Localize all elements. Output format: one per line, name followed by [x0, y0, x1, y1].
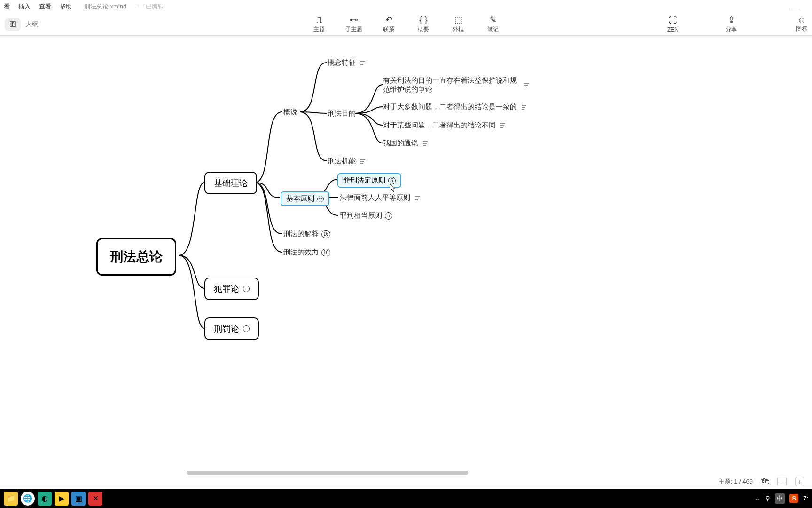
node-purpose-debate[interactable]: 有关刑法的目的一直存在着法益保护说和规范维护说的争论 [383, 76, 529, 94]
toolbar-notes[interactable]: ✎笔记 [483, 15, 503, 33]
collapse-icon[interactable] [243, 325, 250, 332]
toolbar: 图 大纲 ⎍主题 ⊷子主题 ↶联系 { }概要 ⬚外框 ✎笔记 ⛶ZEN ⇪分享… [0, 13, 812, 36]
collapse-icon[interactable] [243, 286, 250, 292]
summary-icon: { } [418, 15, 429, 24]
node-overview[interactable]: 概说 [283, 108, 297, 117]
node-legality-principle[interactable]: 罪刑法定原则5 [337, 173, 401, 188]
toolbar-boundary[interactable]: ⬚外框 [448, 15, 468, 33]
child-count[interactable]: 16 [321, 230, 330, 238]
tray-wifi-icon[interactable]: ⚲ [765, 495, 770, 502]
horizontal-scrollbar[interactable] [187, 471, 468, 475]
minimap-icon[interactable]: 🗺 [761, 477, 769, 486]
notes-indicator-icon[interactable] [415, 196, 420, 200]
node-equality-principle[interactable]: 法律面前人人平等原则 [340, 193, 420, 202]
taskbar-xmind-icon[interactable]: ✕ [88, 492, 102, 506]
zoom-in-button[interactable]: + [795, 477, 804, 486]
toolbar-subtopic[interactable]: ⊷子主题 [344, 15, 364, 33]
menu-insert[interactable]: 插入 [18, 2, 31, 11]
menu-look[interactable]: 看 [4, 2, 10, 11]
node-proportionality-principle[interactable]: 罪刑相当原则5 [340, 211, 392, 220]
node-purpose-same[interactable]: 对于大多数问题，二者得出的结论是一致的 [383, 103, 526, 111]
node-crime-theory[interactable]: 犯罪论 [204, 278, 259, 300]
menu-view[interactable]: 查看 [39, 2, 51, 11]
tab-map[interactable]: 图 [5, 18, 21, 31]
topic-icon: ⎍ [313, 15, 325, 24]
toolbar-summary[interactable]: { }概要 [413, 15, 434, 33]
taskbar-explorer-icon[interactable]: 📁 [4, 492, 18, 506]
notes-indicator-icon[interactable] [524, 83, 529, 87]
notes-icon: ✎ [487, 15, 499, 24]
window-minimize-icon[interactable]: — [791, 5, 798, 12]
menu-help[interactable]: 帮助 [60, 2, 72, 11]
zen-icon: ⛶ [667, 16, 679, 25]
node-interpretation[interactable]: 刑法的解释16 [283, 230, 330, 238]
notes-indicator-icon[interactable] [360, 61, 365, 65]
notes-indicator-icon[interactable] [360, 159, 365, 164]
node-function[interactable]: 刑法机能 [328, 157, 365, 166]
status-bar: 主题: 1 / 469 🗺 − + [0, 475, 812, 489]
menubar: 看 插入 查看 帮助 刑法总论.xmind — 已编辑 — [0, 0, 812, 13]
node-concept-features[interactable]: 概念特征 [328, 58, 365, 67]
child-count[interactable]: 5 [385, 212, 392, 220]
document-title: 刑法总论.xmind [84, 2, 126, 11]
modified-indicator: — 已编辑 [138, 2, 164, 11]
expand-icon[interactable] [317, 196, 324, 202]
mindmap-canvas[interactable]: 刑法总论 基础理论 犯罪论 刑罚论 概说 基本原则 刑法的解释16 刑法的效力1… [0, 36, 812, 494]
tray-clock[interactable]: 7: [803, 495, 808, 502]
taskbar-app1-icon[interactable]: ◐ [38, 492, 52, 506]
tray-ime-indicator[interactable]: 中 [775, 493, 785, 504]
zoom-out-button[interactable]: − [777, 477, 787, 486]
tray-sogou-icon[interactable]: S [789, 494, 798, 503]
node-root[interactable]: 刑法总论 [96, 238, 176, 276]
tab-outline[interactable]: 大纲 [21, 18, 43, 31]
node-penalty-theory[interactable]: 刑罚论 [204, 318, 259, 340]
topic-count: 主题: 1 / 469 [718, 477, 753, 486]
taskbar-app3-icon[interactable]: ▣ [71, 492, 86, 506]
relation-icon: ↶ [383, 15, 394, 24]
notes-indicator-icon[interactable] [522, 105, 526, 110]
windows-taskbar: 📁 🌐 ◐ ▶ ▣ ✕ ︿ ⚲ 中 S 7: [0, 489, 812, 508]
system-tray: ︿ ⚲ 中 S 7: [755, 493, 808, 504]
tray-chevron-icon[interactable]: ︿ [755, 494, 761, 503]
node-basic-theory[interactable]: 基础理论 [204, 172, 257, 194]
notes-indicator-icon[interactable] [423, 141, 428, 146]
toolbar-zen[interactable]: ⛶ZEN [663, 16, 683, 33]
share-icon: ⇪ [726, 15, 737, 24]
notes-indicator-icon[interactable] [500, 123, 505, 128]
subtopic-icon: ⊷ [348, 15, 359, 24]
toolbar-topic[interactable]: ⎍主题 [309, 15, 329, 33]
node-purpose-diff[interactable]: 对于某些问题，二者得出的结论不同 [383, 121, 505, 130]
node-purpose[interactable]: 刑法目的 [328, 109, 356, 118]
taskbar-chrome-icon[interactable]: 🌐 [21, 492, 35, 506]
child-count[interactable]: 5 [388, 177, 396, 184]
taskbar-app2-icon[interactable]: ▶ [55, 492, 69, 506]
toolbar-relation[interactable]: ↶联系 [378, 15, 399, 33]
node-effectiveness[interactable]: 刑法的效力16 [283, 248, 330, 257]
toolbar-icons[interactable]: ☺图标 [796, 16, 807, 33]
child-count[interactable]: 16 [321, 249, 330, 256]
boundary-icon: ⬚ [453, 15, 464, 24]
node-basic-principles[interactable]: 基本原则 [281, 191, 329, 206]
emoji-icon: ☺ [796, 16, 807, 25]
view-tabs: 图 大纲 [5, 18, 43, 31]
node-purpose-cn[interactable]: 我国的通说 [383, 139, 428, 148]
toolbar-share[interactable]: ⇪分享 [721, 15, 742, 33]
